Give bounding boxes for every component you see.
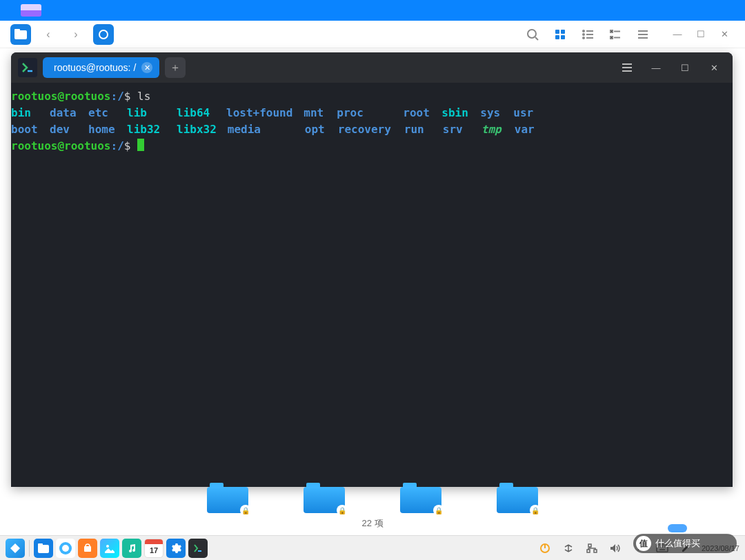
folder-item[interactable]: 🔒 <box>304 487 345 513</box>
ls-entry: boot <box>11 121 50 138</box>
terminal-minimize-button[interactable]: — <box>644 56 668 79</box>
ls-entry: bin <box>11 105 50 121</box>
ls-entry: opt <box>305 121 338 138</box>
svg-rect-1 <box>14 29 20 32</box>
network-icon[interactable] <box>584 541 599 556</box>
terminal-close-button[interactable]: ✕ <box>702 56 726 79</box>
ls-entry: data <box>50 105 88 121</box>
watermark-badge: 值 <box>636 536 651 551</box>
terminal-tab-title: rootuos@rootuos: / <box>54 62 136 73</box>
terminal-new-tab-button[interactable]: ＋ <box>165 57 186 78</box>
svg-rect-38 <box>594 550 597 552</box>
svg-rect-6 <box>561 30 565 34</box>
ls-entry: lib <box>127 105 177 121</box>
folder-icon: 🔒 <box>304 487 345 513</box>
svg-rect-27 <box>38 543 43 546</box>
ls-entry: home <box>88 121 127 138</box>
terminal-body[interactable]: rootuos@rootuos:/$ lsbindataetcliblib64l… <box>11 83 733 487</box>
launcher-icon[interactable] <box>6 539 25 558</box>
task-calendar-icon[interactable]: 17 <box>144 539 163 558</box>
terminal-tab[interactable]: rootuos@rootuos: / ✕ <box>43 57 159 78</box>
folder-icon: 🔒 <box>497 487 538 513</box>
task-browser-icon[interactable] <box>56 539 75 558</box>
svg-point-3 <box>528 30 536 38</box>
ls-entry: srv <box>443 121 481 138</box>
back-button[interactable]: ‹ <box>38 24 59 45</box>
power-icon[interactable] <box>537 541 553 556</box>
folder-icon: 🔒 <box>400 487 441 513</box>
watermark: 值 什么值得买 <box>633 534 737 553</box>
terminal-menu-icon[interactable] <box>615 56 639 79</box>
terminal-tab-close[interactable]: ✕ <box>141 62 152 73</box>
cursor <box>137 139 144 151</box>
ls-entry: media <box>228 121 305 138</box>
icon-view-button[interactable] <box>550 24 570 45</box>
lock-icon: 🔒 <box>530 505 541 516</box>
scrollbar-thumb[interactable] <box>668 524 687 532</box>
forward-button[interactable]: › <box>66 24 86 45</box>
ls-entry: var <box>515 121 548 138</box>
svg-point-13 <box>583 37 584 39</box>
svg-point-32 <box>106 545 109 548</box>
svg-line-4 <box>535 37 538 40</box>
taskbar: 17 › 2023/08/17 <box>0 535 745 560</box>
list-view-button[interactable] <box>577 24 598 45</box>
search-icon[interactable] <box>522 24 543 45</box>
task-settings-icon[interactable] <box>166 539 186 558</box>
ls-entry: usr <box>513 105 546 121</box>
lock-icon: 🔒 <box>433 505 444 516</box>
svg-rect-37 <box>587 550 590 552</box>
os-titlebar <box>0 0 745 21</box>
svg-rect-5 <box>555 30 559 34</box>
volume-icon[interactable] <box>608 541 623 556</box>
task-music-icon[interactable] <box>122 539 141 558</box>
svg-rect-7 <box>555 35 559 39</box>
svg-point-2 <box>99 30 108 39</box>
svg-rect-30 <box>84 546 91 552</box>
ls-entry: sys <box>480 105 513 121</box>
terminal-titlebar: rootuos@rootuos: / ✕ ＋ — ☐ ✕ <box>11 52 733 83</box>
ls-entry: tmp <box>481 121 515 138</box>
detail-view-button[interactable] <box>605 24 626 45</box>
file-manager-toolbar: ‹ › — ☐ ✕ <box>0 21 745 48</box>
task-store-icon[interactable] <box>78 539 97 558</box>
taskbar-separator <box>29 540 30 557</box>
ls-entry: lib32 <box>127 121 177 138</box>
folder-item[interactable]: 🔒 <box>207 487 248 513</box>
fm-minimize-button[interactable]: — <box>667 24 688 45</box>
ls-entry: mnt <box>304 105 337 121</box>
svg-point-9 <box>583 30 584 32</box>
path-icon[interactable] <box>93 24 114 45</box>
folder-item[interactable]: 🔒 <box>497 487 538 513</box>
ls-entry: sbin <box>441 105 480 121</box>
svg-rect-8 <box>561 35 565 39</box>
fm-window-controls: — ☐ ✕ <box>667 24 735 45</box>
svg-rect-15 <box>610 30 613 32</box>
task-gallery-icon[interactable] <box>100 539 119 558</box>
folder-icon: 🔒 <box>207 487 248 513</box>
lock-icon: 🔒 <box>337 505 348 516</box>
svg-rect-36 <box>588 544 591 547</box>
terminal-maximize-button[interactable]: ☐ <box>673 56 697 79</box>
file-manager-icon[interactable] <box>10 24 31 45</box>
updates-icon[interactable] <box>561 541 576 556</box>
ls-entry: root <box>403 105 441 121</box>
task-file-manager-icon[interactable] <box>34 539 53 558</box>
ls-entry: lost+found <box>226 105 304 121</box>
svg-rect-17 <box>610 37 613 39</box>
task-terminal-icon[interactable] <box>188 539 208 558</box>
ls-entry: lib64 <box>177 105 226 121</box>
fm-close-button[interactable]: ✕ <box>714 24 735 45</box>
fm-maximize-button[interactable]: ☐ <box>691 24 711 45</box>
svg-point-11 <box>583 34 584 35</box>
file-manager-body: 🔒🔒🔒🔒 <box>0 487 745 521</box>
ls-entry: dev <box>50 121 88 138</box>
ls-entry: recovery <box>338 121 404 138</box>
folder-item[interactable]: 🔒 <box>400 487 441 513</box>
file-manager-status: 22 项 <box>0 517 745 530</box>
terminal-window: rootuos@rootuos: / ✕ ＋ — ☐ ✕ rootuos@roo… <box>11 52 733 487</box>
terminal-app-icon <box>18 58 37 77</box>
menu-icon[interactable] <box>633 24 653 45</box>
ls-entry: libx32 <box>177 121 228 138</box>
ls-entry: etc <box>88 105 127 121</box>
